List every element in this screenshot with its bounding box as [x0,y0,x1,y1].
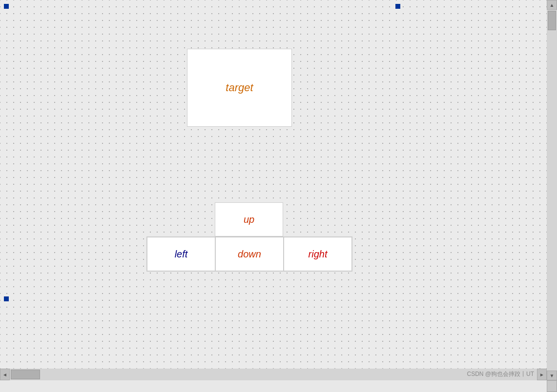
scroll-up-arrow[interactable]: ▲ [547,0,557,10]
corner-handle-tl[interactable] [4,4,9,9]
up-label: up [244,214,254,225]
down-label: down [238,249,261,260]
corner-handle-tr[interactable] [395,4,400,9]
target-label: target [226,81,253,94]
right-label: right [309,249,328,260]
corner-handle-bl[interactable] [4,296,9,301]
up-button[interactable]: up [215,202,283,236]
left-button[interactable]: left [147,237,215,271]
scroll-bottom-track [10,369,537,380]
scroll-bottom-thumb[interactable] [11,370,40,379]
scroll-right-arrow[interactable]: ► [537,369,547,380]
left-label: left [175,249,188,260]
scroll-left-arrow[interactable]: ◄ [0,369,10,380]
right-button[interactable]: right [284,237,352,271]
scroll-down-arrow[interactable]: ▼ [547,371,557,380]
direction-group: up left down right [146,202,352,272]
target-box: target [187,49,292,127]
scrollbar-right[interactable]: ▲ ▼ [547,0,557,380]
canvas: target up left down right ◄ ► CSDN @狗也会摔… [0,0,547,380]
scrollbar-bottom[interactable]: ◄ ► [0,369,547,380]
scroll-right-track [547,10,557,371]
direction-bottom-row: left down right [146,236,352,272]
scroll-right-thumb[interactable] [548,11,556,30]
corner-status [547,380,557,392]
down-button[interactable]: down [215,237,284,271]
